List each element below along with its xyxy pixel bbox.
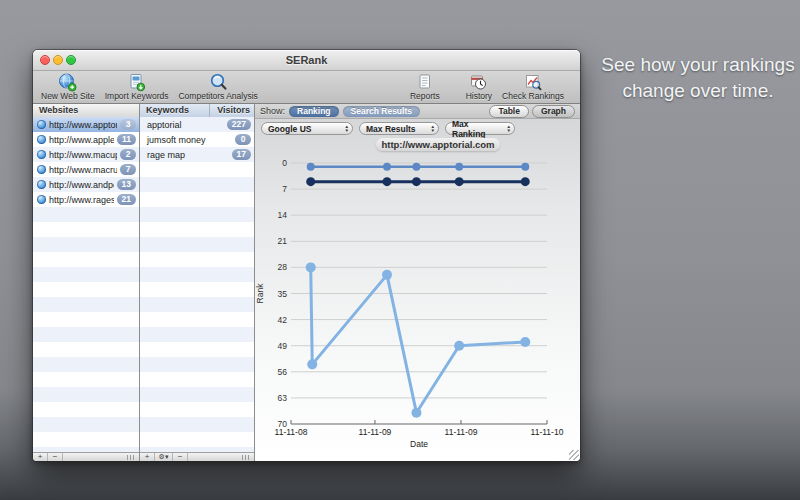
ranking-line-chart: 0714212835424956637011-11-0811-11-0911-1… xyxy=(255,104,580,461)
website-url: http://www.andpop.com xyxy=(49,180,114,190)
keyword-row[interactable]: rage map17 xyxy=(140,147,254,162)
svg-text:28: 28 xyxy=(278,262,288,272)
import-keywords-label: Import Keywords xyxy=(105,91,169,101)
svg-text:42: 42 xyxy=(278,315,288,325)
keyword-count-badge: 2 xyxy=(120,149,136,160)
website-url: http://www.apple.com xyxy=(49,135,114,145)
website-url: http://www.ragesw.com xyxy=(49,195,114,205)
toolbar: New Web SiteImport KeywordsCompetitors A… xyxy=(33,71,580,104)
website-row[interactable]: http://www.ragesw.com21 xyxy=(33,192,139,207)
marketing-caption: See how your rankings change over time. xyxy=(592,52,800,104)
website-globe-icon xyxy=(37,150,46,159)
websites-panel: Websites http://www.apptorial.com3http:/… xyxy=(33,104,140,461)
svg-text:11-11-09: 11-11-09 xyxy=(359,427,392,437)
website-globe-icon xyxy=(37,165,46,174)
website-globe-icon xyxy=(37,180,46,189)
website-url: http://www.macupdate.com xyxy=(49,150,117,160)
minimize-window-button[interactable] xyxy=(53,55,63,65)
svg-text:7: 7 xyxy=(282,184,287,194)
keyword-count-badge: 21 xyxy=(117,194,136,205)
visitors-column-header[interactable]: Visitors xyxy=(209,104,254,117)
websites-list: http://www.apptorial.com3http://www.appl… xyxy=(33,117,139,453)
svg-text:14: 14 xyxy=(278,210,288,220)
website-globe-icon xyxy=(37,120,46,129)
report-document-icon xyxy=(415,73,434,91)
panel-resize-handle[interactable] xyxy=(127,455,136,460)
reports-label: Reports xyxy=(410,91,440,101)
close-window-button[interactable] xyxy=(40,55,50,65)
import-keywords-button[interactable]: Import Keywords xyxy=(105,73,169,101)
serank-window: SERank New Web SiteImport KeywordsCompet… xyxy=(33,50,580,461)
new-web-site-label: New Web Site xyxy=(41,91,95,101)
clock-calendar-icon xyxy=(469,73,488,91)
visitors-count-badge: 0 xyxy=(235,134,251,145)
remove-website-button[interactable]: − xyxy=(48,453,63,461)
zoom-window-button[interactable] xyxy=(66,55,76,65)
keywords-list: apptorial227jumsoft money0rage map17 xyxy=(140,117,254,453)
history-label: History xyxy=(466,91,492,101)
add-website-button[interactable]: + xyxy=(33,453,48,461)
svg-text:Rank: Rank xyxy=(255,283,265,304)
website-row[interactable]: http://www.macrumors.com7 xyxy=(33,162,139,177)
keyword-name: apptorial xyxy=(144,120,224,130)
caret-down-icon: ▾ xyxy=(165,453,169,460)
globe-plus-icon xyxy=(58,73,77,91)
new-web-site-button[interactable]: New Web Site xyxy=(41,73,95,101)
svg-text:56: 56 xyxy=(278,367,288,377)
websites-footer: + − xyxy=(33,452,139,461)
svg-text:49: 49 xyxy=(278,341,288,351)
website-row[interactable]: http://www.apple.com11 xyxy=(33,132,139,147)
svg-text:11-11-10: 11-11-10 xyxy=(531,427,564,437)
keywords-panel: Keywords Visitors apptorial227jumsoft mo… xyxy=(140,104,255,461)
main-content: Websites http://www.apptorial.com3http:/… xyxy=(33,104,580,461)
websites-header: Websites xyxy=(33,104,139,118)
keyword-row[interactable]: jumsoft money0 xyxy=(140,132,254,147)
competitors-analysis-label: Competitors Analysis xyxy=(178,91,257,101)
keyword-actions-gear-button[interactable]: ⚙▾ xyxy=(155,453,173,461)
window-titlebar[interactable]: SERank xyxy=(33,50,580,71)
keyword-name: jumsoft money xyxy=(144,135,232,145)
keywords-header: Keywords Visitors xyxy=(140,104,254,118)
visitors-count-badge: 17 xyxy=(232,149,251,160)
keyword-count-badge: 7 xyxy=(120,164,136,175)
keyword-count-badge: 13 xyxy=(117,179,136,190)
svg-text:35: 35 xyxy=(278,289,288,299)
keyword-count-badge: 3 xyxy=(120,119,136,130)
toolbar-right-group: ReportsHistoryCheck Rankings xyxy=(410,73,574,101)
add-keyword-button[interactable]: + xyxy=(140,453,155,461)
svg-text:Date: Date xyxy=(410,439,428,449)
svg-text:11-11-09: 11-11-09 xyxy=(445,427,478,437)
keyword-count-badge: 11 xyxy=(117,134,136,145)
website-row[interactable]: http://www.andpop.com13 xyxy=(33,177,139,192)
svg-text:11-11-08: 11-11-08 xyxy=(275,427,308,437)
history-button[interactable]: History xyxy=(466,73,492,101)
website-row[interactable]: http://www.macupdate.com2 xyxy=(33,147,139,162)
svg-text:63: 63 xyxy=(278,393,288,403)
keywords-column-header[interactable]: Keywords xyxy=(146,104,189,117)
reports-button[interactable]: Reports xyxy=(410,73,440,101)
website-url: http://www.macrumors.com xyxy=(49,165,117,175)
website-globe-icon xyxy=(37,195,46,204)
check-rankings-label: Check Rankings xyxy=(502,91,564,101)
keywords-footer: + ⚙▾ − xyxy=(140,452,254,461)
competitors-analysis-button[interactable]: Competitors Analysis xyxy=(178,73,257,101)
traffic-lights xyxy=(41,56,75,64)
window-resize-grip[interactable] xyxy=(569,450,579,460)
check-rankings-button[interactable]: Check Rankings xyxy=(502,73,564,101)
svg-text:21: 21 xyxy=(278,236,288,246)
document-download-icon xyxy=(127,73,146,91)
desktop-background: See how your rankings change over time. … xyxy=(0,0,800,500)
panel-resize-handle[interactable] xyxy=(242,455,251,460)
website-url: http://www.apptorial.com xyxy=(49,120,117,130)
visitors-count-badge: 227 xyxy=(227,119,251,130)
keyword-row[interactable]: apptorial227 xyxy=(140,117,254,132)
magnifier-icon xyxy=(209,73,228,91)
website-row[interactable]: http://www.apptorial.com3 xyxy=(33,117,139,132)
chart-title-pill: http://www.apptorial.com xyxy=(376,138,500,151)
chart-magnifier-icon xyxy=(524,73,543,91)
window-title: SERank xyxy=(33,50,580,70)
remove-keyword-button[interactable]: − xyxy=(173,453,188,461)
svg-text:0: 0 xyxy=(282,158,287,168)
graph-panel: Show: RankingSearch Results TableGraph G… xyxy=(255,104,580,461)
keyword-name: rage map xyxy=(144,150,229,160)
